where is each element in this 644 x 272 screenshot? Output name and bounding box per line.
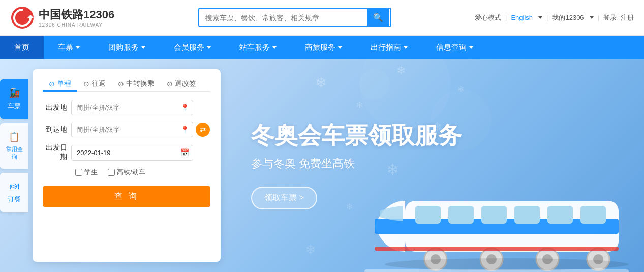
- student-label: 学生: [84, 168, 98, 177]
- register-link[interactable]: 注册: [621, 13, 634, 22]
- svg-rect-7: [514, 206, 540, 224]
- nav: 首页 车票 团购服务 会员服务 站车服务 商旅服务 出行指南 信息查询: [0, 36, 644, 59]
- language-link[interactable]: English: [511, 14, 533, 21]
- logo-area: 中国铁路12306 12306 CHINA RAILWAY: [10, 6, 114, 30]
- date-input[interactable]: [71, 145, 193, 161]
- login-link[interactable]: 登录: [603, 13, 617, 22]
- from-input-wrapper: 📍: [71, 100, 193, 115]
- logo-title: 中国铁路12306: [39, 7, 114, 22]
- ticket-form: ⊙ 单程 ⊙ 往返 ⊙ 中转换乘 ⊙ 退改签 出发地: [33, 69, 221, 262]
- swap-button[interactable]: ⇄: [196, 123, 210, 137]
- nav-item-station[interactable]: 站车服务: [225, 36, 291, 59]
- separator-3: |: [598, 14, 599, 21]
- from-row: 出发地 📍: [43, 100, 210, 115]
- query-button[interactable]: 查 询: [43, 186, 210, 207]
- form-tab-roundtrip[interactable]: ⊙ 往返: [77, 77, 112, 92]
- calendar-icon: 📅: [180, 148, 189, 157]
- logo-text: 中国铁路12306 12306 CHINA RAILWAY: [39, 7, 114, 28]
- nav-item-group[interactable]: 团购服务: [94, 36, 160, 59]
- sidebar-tab-query-label: 常用查询: [4, 145, 24, 161]
- form-tab-oneway[interactable]: ⊙ 单程: [43, 77, 77, 92]
- gaotie-checkbox-label[interactable]: 高铁/动车: [108, 168, 145, 177]
- logo-icon: [10, 6, 35, 30]
- nav-group-arrow: [141, 46, 145, 49]
- date-label: 出发日期: [43, 143, 71, 162]
- svg-point-20: [385, 258, 629, 270]
- gaotie-label: 高铁/动车: [117, 168, 145, 177]
- to-input-wrapper: 📍: [71, 122, 193, 137]
- nav-item-guide[interactable]: 出行指南: [356, 36, 422, 59]
- account-dropdown-arrow[interactable]: [590, 16, 594, 19]
- form-tab-refund[interactable]: ⊙ 退改签: [161, 77, 202, 92]
- gaotie-checkbox[interactable]: [108, 169, 115, 176]
- date-input-wrapper: 📅: [71, 145, 193, 161]
- to-label: 到达地: [43, 125, 71, 134]
- location-icon-from: 📍: [180, 104, 189, 112]
- svg-rect-6: [481, 206, 507, 224]
- nav-item-home[interactable]: 首页: [0, 36, 44, 59]
- to-row: 到达地 📍 ⇄: [43, 122, 210, 137]
- nav-guide-arrow: [404, 46, 408, 49]
- search-button[interactable]: 🔍: [367, 9, 389, 26]
- search-box: 🔍: [198, 8, 391, 27]
- from-input[interactable]: [71, 100, 193, 115]
- separator-2: |: [546, 14, 548, 21]
- right-banner: 冬奥会车票领取服务 参与冬奥 免费坐高铁 领取车票 >: [221, 59, 644, 272]
- search-input[interactable]: [199, 10, 367, 26]
- nav-item-tickets[interactable]: 车票: [44, 36, 94, 59]
- nav-tickets-arrow: [76, 46, 80, 49]
- search-area: 🔍: [114, 8, 475, 27]
- nav-info-arrow: [469, 46, 473, 49]
- train-svg: [349, 130, 644, 272]
- date-row: 出发日期 📅: [43, 143, 210, 162]
- dining-icon: 🍽: [10, 181, 19, 192]
- nav-item-member[interactable]: 会员服务: [160, 36, 225, 59]
- form-tab-transfer[interactable]: ⊙ 中转换乘: [112, 77, 161, 92]
- logo-subtitle: 12306 CHINA RAILWAY: [39, 22, 114, 28]
- swap-btn-wrapper: ⇄: [195, 123, 210, 137]
- sidebar-tab-dining-label: 订餐: [8, 195, 21, 204]
- love-mode-link[interactable]: 爱心模式: [475, 13, 501, 22]
- nav-item-info[interactable]: 信息查询: [422, 36, 487, 59]
- query-icon: 📋: [9, 131, 20, 142]
- nav-station-arrow: [272, 46, 277, 49]
- separator-1: |: [505, 14, 507, 21]
- student-checkbox-label[interactable]: 学生: [75, 168, 98, 177]
- svg-rect-8: [547, 206, 573, 224]
- to-input[interactable]: [71, 122, 193, 137]
- sidebar-tab-query[interactable]: 📋 常用查询: [0, 123, 28, 169]
- svg-rect-9: [580, 206, 606, 224]
- banner-button[interactable]: 领取车票 >: [251, 187, 317, 209]
- language-dropdown-arrow[interactable]: [538, 16, 542, 19]
- sidebar-tab-dining[interactable]: 🍽 订餐: [0, 173, 28, 212]
- sidebar-tab-tickets[interactable]: 🚂 车票: [0, 79, 28, 119]
- from-label: 出发地: [43, 103, 71, 112]
- svg-rect-4: [415, 206, 441, 224]
- nav-business-arrow: [338, 46, 342, 49]
- svg-rect-5: [448, 206, 474, 224]
- sidebar-tab-tickets-label: 车票: [8, 102, 21, 111]
- header-actions: 爱心模式 | English | 我的12306 | 登录 注册: [475, 13, 634, 22]
- form-tabs: ⊙ 单程 ⊙ 往返 ⊙ 中转换乘 ⊙ 退改签: [43, 77, 210, 92]
- my-account-link[interactable]: 我的12306: [552, 13, 584, 22]
- svg-rect-19: [375, 247, 619, 251]
- nav-member-arrow: [207, 46, 211, 49]
- sidebar-tabs: 🚂 车票 📋 常用查询 🍽 订餐: [0, 79, 28, 262]
- main-content: ❄ ❄ ❄ ❄ ❄ ❄ ❄ ❄ ❄ ❄ 🚂 车票 📋 常用查询 🍽 订餐: [0, 59, 644, 272]
- location-icon-to: 📍: [180, 126, 189, 134]
- student-checkbox[interactable]: [75, 169, 82, 176]
- left-panel: 🚂 车票 📋 常用查询 🍽 订餐 ⊙ 单程 ⊙ 往: [0, 59, 221, 272]
- header: 中国铁路12306 12306 CHINA RAILWAY 🔍 爱心模式 | E…: [0, 0, 644, 36]
- checkboxes-row: 学生 高铁/动车: [75, 168, 210, 177]
- train-icon: 🚂: [9, 87, 20, 99]
- train-area: [349, 130, 644, 272]
- nav-item-business[interactable]: 商旅服务: [291, 36, 356, 59]
